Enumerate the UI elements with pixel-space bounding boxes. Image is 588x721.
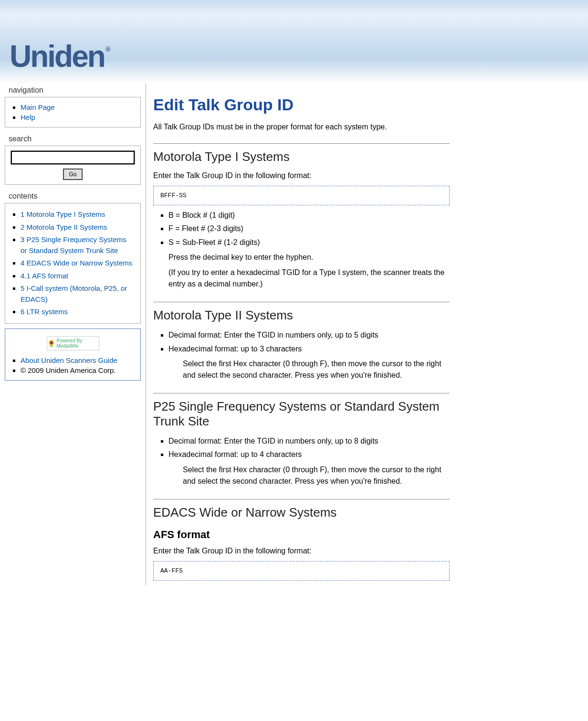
note-text: Select the first Hex character (0 throug…: [183, 358, 450, 381]
section-heading-type2: Motorola Type II Systems: [153, 302, 450, 323]
toc-item[interactable]: 4.1 AFS format: [21, 272, 68, 280]
list-item: Hexadecimal format: up to 4 characters S…: [168, 449, 450, 487]
section-lead: Enter the Talk Group ID in the following…: [153, 171, 450, 180]
toc-item[interactable]: 6 LTR systems: [21, 307, 68, 316]
search-input[interactable]: [11, 151, 135, 164]
toc-item[interactable]: 4 EDACS Wide or Narrow Systems: [21, 259, 132, 267]
code-block: AA-FFS: [153, 561, 450, 581]
toc-item[interactable]: 3 P25 Single Frequency Systems or Standa…: [21, 235, 126, 254]
contents-heading: contents: [5, 190, 141, 203]
list-item-text: Hexadecimal format: up to 3 characters: [168, 345, 302, 353]
mediawiki-badge[interactable]: Powered By MediaWiki: [47, 336, 99, 350]
sidebar: navigation Main Page Help search Go cont…: [0, 84, 146, 585]
main-content: Edit Talk Group ID All Talk Group IDs mu…: [146, 84, 464, 585]
list-item: Decimal format: Enter the TGID in number…: [168, 330, 450, 340]
section-heading-p25: P25 Single Frequency Systems or Standard…: [153, 393, 450, 429]
contents-box: 1 Motorola Type I Systems 2 Motorola Typ…: [5, 203, 141, 324]
nav-heading: navigation: [5, 84, 141, 97]
nav-help[interactable]: Help: [21, 113, 35, 121]
list-item: Decimal format: Enter the TGID in number…: [168, 436, 450, 446]
intro-text: All Talk Group IDs must be in the proper…: [153, 123, 450, 131]
go-button[interactable]: Go: [63, 169, 82, 180]
toc-item[interactable]: 5 I-Call system (Motorola, P25, or EDACS…: [21, 284, 127, 303]
copyright-text: © 2009 Uniden America Corp.: [21, 366, 116, 374]
nav-main-page[interactable]: Main Page: [21, 103, 55, 111]
toc-item[interactable]: 1 Motorola Type I Systems: [21, 210, 105, 218]
footer-box: Powered By MediaWiki About Uniden Scanne…: [5, 329, 141, 381]
toc-item[interactable]: 2 Motorola Type II Systems: [21, 223, 107, 231]
list-item: S = Sub-Fleet # (1-2 digits) Press the d…: [168, 237, 450, 290]
list-item-text: S = Sub-Fleet # (1-2 digits): [168, 238, 260, 246]
page-header: Uniden: [0, 0, 588, 84]
code-block: BFFF-SS: [153, 186, 450, 205]
note-text: Press the decimal key to enter the hyphe…: [168, 252, 450, 263]
list-item: F = Fleet # (2-3 digits): [168, 223, 450, 234]
subsection-heading-afs: AFS format: [153, 529, 450, 541]
section-lead: Enter the Talk Group ID in the following…: [153, 547, 450, 555]
page-title: Edit Talk Group ID: [153, 95, 450, 114]
section-heading-edacs: EDACS Wide or Narrow Systems: [153, 499, 450, 520]
note-text: Select the first Hex character (0 throug…: [183, 464, 450, 487]
search-box: Go: [5, 146, 141, 185]
note-text: (If you try to enter a hexadecimal TGID …: [168, 267, 450, 290]
list-item: B = Block # (1 digit): [168, 210, 450, 221]
section-heading-type1: Motorola Type I Systems: [153, 143, 450, 164]
list-item-text: Hexadecimal format: up to 4 characters: [168, 450, 302, 458]
brand-logo: Uniden: [10, 39, 109, 74]
about-link[interactable]: About Uniden Scanners Guide: [21, 356, 117, 364]
search-heading: search: [5, 132, 141, 146]
nav-box: Main Page Help: [5, 97, 141, 127]
list-item: Hexadecimal format: up to 3 characters S…: [168, 344, 450, 381]
